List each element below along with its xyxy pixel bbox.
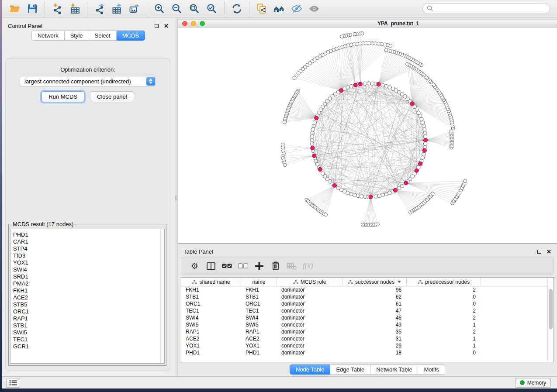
network-node[interactable] bbox=[283, 120, 286, 124]
network-node[interactable] bbox=[422, 124, 426, 128]
network-node[interactable] bbox=[376, 223, 379, 226]
scrollbar-thumb[interactable] bbox=[549, 289, 553, 329]
network-node[interactable] bbox=[311, 128, 315, 131]
table-row[interactable]: ACE2ACE2connector311 bbox=[181, 335, 547, 342]
export-table-icon[interactable] bbox=[111, 2, 124, 15]
network-node[interactable] bbox=[421, 156, 425, 159]
network-canvas[interactable] bbox=[178, 28, 557, 243]
table-row[interactable]: ORC1ORC1dominator610 bbox=[181, 300, 547, 307]
dominator-node[interactable] bbox=[422, 148, 426, 152]
tab-node-table[interactable]: Node Table bbox=[290, 364, 331, 375]
table-row[interactable]: FKH1FKH1dominator962 bbox=[181, 286, 547, 293]
mcds-list-scrollbar[interactable] bbox=[160, 229, 164, 363]
panel-splitter[interactable] bbox=[175, 17, 178, 376]
mcds-result-item[interactable]: GCR1 bbox=[10, 343, 164, 350]
add-column-icon[interactable] bbox=[251, 261, 267, 271]
mcds-result-item[interactable]: FKH1 bbox=[10, 287, 164, 294]
clone-network-icon[interactable] bbox=[255, 2, 268, 15]
dominator-node[interactable] bbox=[315, 116, 318, 120]
mcds-result-item[interactable]: TID3 bbox=[10, 252, 164, 259]
network-node[interactable] bbox=[384, 48, 388, 52]
dominator-node[interactable] bbox=[415, 168, 419, 172]
dominator-node[interactable] bbox=[311, 146, 315, 150]
open-file-icon[interactable] bbox=[8, 2, 21, 15]
network-node[interactable] bbox=[381, 193, 384, 197]
network-node[interactable] bbox=[381, 83, 384, 87]
dominator-node[interactable] bbox=[353, 83, 357, 87]
dominator-node[interactable] bbox=[404, 181, 408, 185]
save-session-icon[interactable] bbox=[26, 2, 39, 15]
network-node[interactable] bbox=[421, 121, 425, 124]
dominator-node[interactable] bbox=[339, 89, 343, 93]
network-node[interactable] bbox=[283, 163, 287, 167]
export-image-icon[interactable] bbox=[128, 2, 141, 15]
import-network-icon[interactable] bbox=[51, 2, 64, 15]
column-header-mcds-role[interactable]: MCDS role bbox=[277, 278, 343, 286]
close-panel-button[interactable]: Close panel bbox=[90, 91, 134, 102]
close-panel-icon[interactable]: ✕ bbox=[164, 23, 169, 29]
tab-style[interactable]: Style bbox=[65, 31, 89, 41]
network-node[interactable] bbox=[324, 213, 328, 217]
network-node[interactable] bbox=[346, 86, 349, 89]
network-node[interactable] bbox=[356, 194, 360, 198]
dominator-node[interactable] bbox=[358, 82, 362, 86]
network-node[interactable] bbox=[293, 76, 296, 79]
table-row[interactable]: RAP1RAP1dominator352 bbox=[181, 328, 547, 335]
network-node[interactable] bbox=[311, 131, 314, 135]
show-all-icon[interactable] bbox=[308, 2, 321, 15]
network-node[interactable] bbox=[391, 87, 394, 90]
dominator-node[interactable] bbox=[423, 138, 427, 142]
refresh-icon[interactable] bbox=[230, 2, 243, 15]
sort-caret-icon[interactable] bbox=[398, 281, 401, 283]
dominator-node[interactable] bbox=[419, 162, 422, 165]
dominator-node[interactable] bbox=[410, 102, 414, 106]
mcds-result-item[interactable]: PMA2 bbox=[10, 280, 164, 287]
window-close-icon[interactable] bbox=[182, 21, 187, 26]
zoom-in-icon[interactable] bbox=[153, 2, 166, 15]
close-table-panel-icon[interactable]: ✕ bbox=[547, 249, 551, 254]
column-header-predecessor-nodes[interactable]: predecessor nodes bbox=[407, 278, 481, 286]
network-node[interactable] bbox=[349, 193, 353, 196]
network-node[interactable] bbox=[450, 130, 453, 133]
table-row[interactable]: SWI5SWI5connector431 bbox=[181, 321, 547, 328]
dominator-node[interactable] bbox=[377, 82, 381, 86]
deselect-all-icon[interactable] bbox=[235, 263, 251, 268]
table-row[interactable]: STB1STB1dominator620 bbox=[181, 293, 547, 300]
mcds-result-item[interactable]: STB5 bbox=[10, 301, 164, 308]
network-node[interactable] bbox=[431, 192, 434, 196]
mcds-result-item[interactable]: STP4 bbox=[10, 245, 164, 252]
network-node[interactable] bbox=[423, 131, 427, 135]
column-header-name[interactable]: name bbox=[241, 278, 277, 286]
memory-button[interactable]: Memory bbox=[515, 378, 551, 388]
network-node[interactable] bbox=[377, 194, 381, 198]
network-node[interactable] bbox=[424, 135, 427, 138]
network-node[interactable] bbox=[400, 184, 404, 188]
network-node[interactable] bbox=[464, 179, 467, 183]
network-node[interactable] bbox=[423, 128, 426, 131]
network-node[interactable] bbox=[340, 35, 344, 38]
zoom-selected-icon[interactable] bbox=[205, 2, 218, 15]
tab-motifs[interactable]: Motifs bbox=[418, 364, 445, 375]
export-network-icon[interactable] bbox=[93, 2, 106, 15]
dominator-node[interactable] bbox=[393, 188, 397, 192]
network-node[interactable] bbox=[313, 121, 316, 124]
network-node[interactable] bbox=[310, 138, 314, 142]
network-node[interactable] bbox=[312, 124, 315, 128]
network-node[interactable] bbox=[384, 193, 388, 196]
mcds-result-item[interactable]: CAR1 bbox=[10, 238, 164, 245]
network-node[interactable] bbox=[353, 32, 356, 36]
tab-mcds[interactable]: MCDS bbox=[117, 31, 145, 41]
table-row[interactable]: YOX1YOX1connector291 bbox=[181, 342, 547, 349]
network-node[interactable] bbox=[422, 152, 426, 156]
mcds-result-item[interactable]: ACE2 bbox=[10, 294, 164, 301]
network-node[interactable] bbox=[353, 193, 356, 197]
network-node[interactable] bbox=[310, 142, 314, 145]
network-node[interactable] bbox=[374, 195, 377, 198]
run-mcds-button[interactable]: Run MCDS bbox=[42, 91, 84, 102]
table-row[interactable]: PHD1PHD1dominator180 bbox=[181, 349, 547, 356]
mcds-result-item[interactable]: ORC1 bbox=[10, 308, 164, 315]
network-node[interactable] bbox=[310, 135, 314, 138]
network-node[interactable] bbox=[367, 82, 370, 85]
mcds-result-item[interactable]: TEC1 bbox=[10, 336, 164, 343]
network-node[interactable] bbox=[406, 62, 409, 66]
